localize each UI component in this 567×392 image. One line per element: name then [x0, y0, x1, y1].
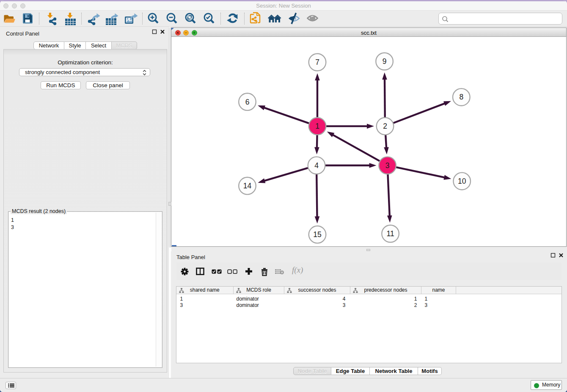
svg-text:11: 11: [387, 229, 394, 238]
svg-text:10: 10: [458, 177, 466, 185]
svg-text:2: 2: [383, 122, 387, 130]
svg-text:1: 1: [315, 122, 319, 130]
svg-text:3: 3: [385, 161, 390, 170]
svg-text:4: 4: [314, 161, 319, 170]
svg-text:15: 15: [313, 230, 321, 239]
svg-text:7: 7: [315, 58, 319, 66]
svg-text:14: 14: [243, 182, 252, 190]
svg-text:8: 8: [459, 93, 463, 101]
svg-text:9: 9: [383, 57, 387, 66]
svg-text:6: 6: [245, 98, 250, 106]
